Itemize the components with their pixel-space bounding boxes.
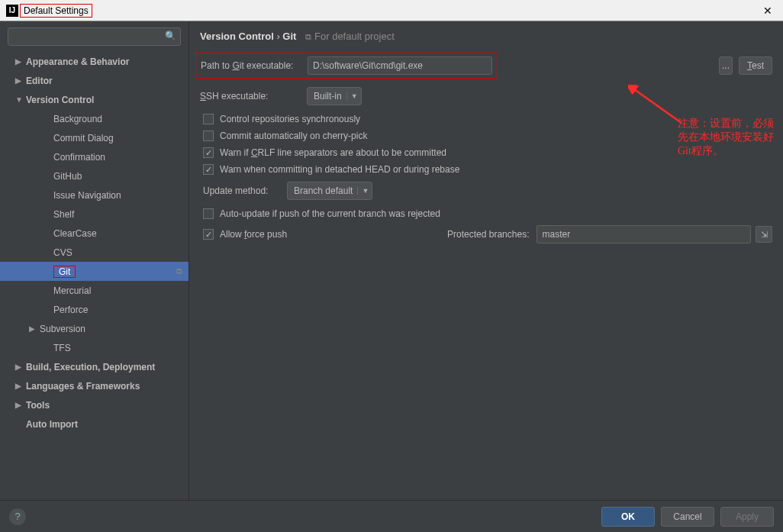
- titlebar: IJ Default Settings ✕: [0, 0, 783, 21]
- checkbox-icon: [203, 131, 214, 141]
- protected-branches-input[interactable]: [536, 225, 751, 243]
- git-path-input[interactable]: [308, 56, 492, 75]
- checkbox-icon: [203, 208, 214, 219]
- ok-button[interactable]: OK: [601, 507, 655, 527]
- test-button[interactable]: Test: [739, 56, 772, 75]
- arrow-icon: ▶: [15, 363, 26, 371]
- sidebar-item-github[interactable]: GitHub: [0, 166, 188, 185]
- expand-icon[interactable]: ⇲: [756, 226, 772, 243]
- app-icon: IJ: [6, 5, 18, 17]
- sidebar-item-commit-dialog[interactable]: Commit Dialog: [0, 128, 188, 147]
- check-control-repos[interactable]: Control repositories synchronously: [200, 114, 772, 124]
- arrow-icon: ▶: [15, 76, 26, 85]
- sidebar-item-tools[interactable]: ▶Tools: [0, 395, 188, 414]
- git-path-label: Path to Git executable:: [201, 60, 308, 71]
- sidebar-item-languages-frameworks[interactable]: ▶Languages & Frameworks: [0, 376, 188, 395]
- arrow-icon: ▶: [15, 382, 26, 390]
- check-force-push[interactable]: Allow force push: [200, 229, 287, 240]
- sidebar-item-background[interactable]: Background: [0, 109, 188, 128]
- checkbox-icon: [203, 229, 214, 240]
- sidebar-item-git[interactable]: Git⧉: [0, 262, 188, 281]
- arrow-icon: ▶: [15, 401, 26, 409]
- arrow-icon: ▶: [15, 57, 26, 66]
- breadcrumb: Version Control › Git ⧉For default proje…: [200, 31, 772, 42]
- ssh-label: SSH executable:: [200, 91, 307, 102]
- close-icon[interactable]: ✕: [759, 5, 777, 17]
- sidebar-item-cvs[interactable]: CVS: [0, 243, 188, 262]
- ssh-dropdown[interactable]: Built-in▼: [307, 87, 362, 105]
- sidebar-item-issue-navigation[interactable]: Issue Navigation: [0, 185, 188, 205]
- footer: ? OK Cancel Apply: [0, 500, 783, 532]
- checkbox-icon: [203, 147, 214, 158]
- check-detached-head[interactable]: Warn when committing in detached HEAD or…: [200, 164, 772, 175]
- sidebar-item-shelf[interactable]: Shelf: [0, 205, 188, 224]
- chevron-down-icon: ▼: [346, 92, 358, 100]
- sidebar-item-build-execution-deployment[interactable]: ▶Build, Execution, Deployment: [0, 357, 188, 376]
- cancel-button[interactable]: Cancel: [661, 507, 714, 527]
- check-auto-cherry[interactable]: Commit automatically on cherry-pick: [200, 131, 772, 141]
- git-path-highlight: Path to Git executable:: [195, 53, 498, 79]
- arrow-icon: ▼: [15, 95, 26, 104]
- search-input[interactable]: [8, 27, 181, 46]
- search-icon: 🔍: [165, 31, 176, 41]
- copy-icon: ⧉: [176, 266, 182, 276]
- sidebar: 🔍 ▶Appearance & Behavior▶Editor▼Version …: [0, 21, 189, 500]
- checkbox-icon: [203, 114, 214, 124]
- protected-branches-label: Protected branches:: [447, 229, 529, 240]
- arrow-icon: ▶: [29, 324, 40, 333]
- settings-tree: ▶Appearance & Behavior▶Editor▼Version Co…: [0, 52, 188, 500]
- browse-button[interactable]: ...: [719, 56, 733, 75]
- sidebar-item-subversion[interactable]: ▶Subversion: [0, 319, 188, 338]
- sidebar-item-auto-import[interactable]: Auto Import: [0, 414, 188, 434]
- window-title: Default Settings: [23, 5, 759, 16]
- sidebar-item-editor[interactable]: ▶Editor: [0, 71, 188, 90]
- sidebar-item-mercurial[interactable]: Mercurial: [0, 281, 188, 300]
- sidebar-item-perforce[interactable]: Perforce: [0, 300, 188, 319]
- update-method-label: Update method:: [203, 185, 287, 196]
- apply-button[interactable]: Apply: [720, 507, 774, 527]
- sidebar-item-confirmation[interactable]: Confirmation: [0, 147, 188, 166]
- sidebar-item-tfs[interactable]: TFS: [0, 338, 188, 357]
- checkbox-icon: [203, 164, 214, 175]
- sidebar-item-clearcase[interactable]: ClearCase: [0, 224, 188, 243]
- project-icon: ⧉: [305, 32, 311, 41]
- check-crlf[interactable]: Warn if CRLF line separators are about t…: [200, 147, 772, 158]
- update-method-dropdown[interactable]: Branch default▼: [287, 182, 372, 200]
- help-icon[interactable]: ?: [9, 508, 26, 525]
- check-auto-update[interactable]: Auto-update if push of the current branc…: [200, 208, 772, 219]
- content-panel: Version Control › Git ⧉For default proje…: [189, 21, 783, 500]
- sidebar-item-version-control[interactable]: ▼Version Control: [0, 90, 188, 109]
- sidebar-item-appearance-behavior[interactable]: ▶Appearance & Behavior: [0, 52, 188, 71]
- chevron-down-icon: ▼: [357, 187, 369, 195]
